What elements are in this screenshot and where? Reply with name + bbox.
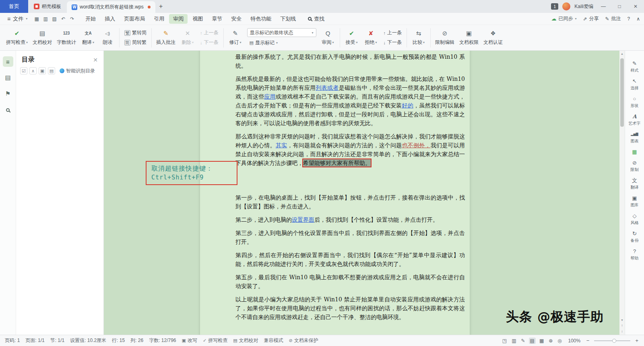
rail-艺术字[interactable]: A艺术字 [629,113,641,126]
vertical-scrollbar[interactable]: ▲ ▼ ↑ ↓ [619,51,625,335]
toc-tool-list-icon[interactable]: ▤ [48,67,55,74]
menu-tab-审阅[interactable]: 审阅 [169,14,188,24]
print-icon[interactable]: ▥ [41,14,50,23]
ribbon-翻译[interactable]: 文A翻译▾ [79,26,97,49]
ribbon-文档认证[interactable]: ❖文档认证 [481,26,505,49]
rail-风格[interactable]: ◇风格 [631,213,639,226]
strip-toc-button[interactable]: ≡ [3,56,13,67]
menu-tab-安全[interactable]: 安全 [227,14,246,24]
ribbon-显示标记[interactable]: ▤显示标记▾ [247,39,316,47]
rail-greenbars[interactable]: ▦ [632,149,637,155]
rail-图表[interactable]: ▂▅▇图表 [631,131,639,144]
ribbon-接受[interactable]: ✔接受▾ [343,26,361,49]
rail-图库[interactable]: ▣图库 [631,195,639,208]
menu-tab-视图[interactable]: 视图 [188,14,207,24]
readmode-view-button[interactable]: ▥ [510,338,517,344]
avatar[interactable] [562,2,570,10]
fullscreen-view-button[interactable]: ◳ [501,338,508,344]
find-button[interactable]: 查找 [308,15,324,23]
ribbon-拼写检查[interactable]: ✔拼写检查▾ [4,26,30,49]
ribbon-拒绝[interactable]: ✘拒绝▾ [362,26,380,49]
hyperlink[interactable]: 设置界面 [292,216,314,223]
rail-形状[interactable]: ○形状 [631,96,639,109]
ribbon-文档校对[interactable]: ▤文档校对 [31,26,54,49]
zoom-out-button[interactable]: − [586,338,590,344]
status-toggle-改写[interactable]: ▣改写 [182,337,197,344]
tab-home[interactable]: 首页 [0,0,28,13]
scroll-up-icon[interactable]: ▲ [621,51,623,56]
status-toggle-拼写检查[interactable]: ✓拼写检查 [203,337,227,344]
new-tab-button[interactable]: + [155,0,167,13]
strip-search-button[interactable] [3,105,13,115]
minimize-button[interactable]: — [597,0,609,13]
menu-tab-插入[interactable]: 插入 [101,14,119,24]
next-page-icon[interactable]: ↓ [621,328,623,334]
menu-tab-开始[interactable]: 开始 [81,14,100,24]
maximize-button[interactable]: □ [613,0,625,13]
menu-tab-下划线[interactable]: 下划线 [276,14,300,24]
message-badge[interactable]: 1 [551,3,558,10]
document-page[interactable]: 最新的操作系统了。尤其是我们在新入手电脑的时候，新电脑上一般预装的都是 Win1… [200,51,470,335]
zoom-slider[interactable] [594,340,630,341]
ribbon-字数统计[interactable]: 123字数统计 [55,26,78,49]
hyperlink[interactable]: 好的 [402,102,413,109]
ribbon-修订[interactable]: ✎修订▾ [226,26,245,49]
status-toggle-兼容模式[interactable]: 兼容模式 [264,337,283,344]
menu-tab-页面布局[interactable]: 页面布局 [120,14,149,24]
pen-view-button[interactable]: ✎ [520,338,526,344]
strip-outline-button[interactable]: ▤ [3,72,13,83]
rail-限制[interactable]: ⊘限制 [631,160,639,173]
toc-panel-body[interactable] [16,78,103,335]
rail-样式[interactable]: ✎样式 [631,60,639,73]
share-button[interactable]: ⇗ 分享 [583,15,599,22]
tab-document[interactable]: W word取消文档所有超链接.wps [67,1,155,13]
status-toggle-文档未保护[interactable]: ⊘文档未保护 [289,337,318,344]
file-menu[interactable]: ≡ 文件 ▾ [4,15,31,23]
menu-tab-引用[interactable]: 引用 [150,14,168,24]
close-button[interactable]: ✕ [630,0,642,13]
hyperlink[interactable]: 也不例外， [402,142,430,148]
close-panel-icon[interactable]: ✕ [93,57,98,63]
weblayout-view-button[interactable]: ⊕ [547,338,554,344]
menu-tab-特色功能[interactable]: 特色功能 [246,14,275,24]
hyperlink[interactable]: 列表或者 [316,84,339,91]
toc-tool-collapse-icon[interactable]: ∧ [29,67,37,74]
sync-status[interactable]: ☁ 已同步 ▾ [551,15,576,22]
toc-tool-level-icon[interactable]: ▣ [39,67,46,74]
scrollbar-thumb[interactable] [620,58,624,127]
rail-选择[interactable]: ↖选择 [631,78,639,91]
ribbon-审阅[interactable]: Q审阅▾ [319,26,337,49]
strip-bookmark-button[interactable]: ⚑ [3,89,13,99]
zoom-in-button[interactable]: + [634,338,639,344]
previous-page-icon[interactable]: ↑ [621,323,623,328]
hyperlink[interactable]: 应用 [264,93,276,100]
ribbon-下一条[interactable]: ↓下一条 [198,38,221,47]
smart-toc-button[interactable]: 智能识别目录 [60,68,95,74]
rail-翻译[interactable]: 文翻译 [631,177,639,190]
ribbon-删除[interactable]: ✕删除▾ [178,26,197,49]
help-button[interactable]: ? [627,16,630,22]
toc-tool-selectall-icon[interactable]: ☑ [20,67,27,74]
ribbon-限制编辑[interactable]: ⊘限制编辑 [433,26,456,49]
status-toggle-文档校对[interactable]: ▤文档校对 [233,337,258,344]
collapse-ribbon-button[interactable]: ∧ [636,16,640,22]
ribbon-文档权限[interactable]: ▣文档权限 [457,26,481,49]
zoom-slider-knob[interactable] [612,339,616,343]
preview-icon[interactable]: ▧ [50,14,59,23]
markup-state-combobox[interactable]: 显示标记的最终状态▾ [247,28,316,37]
rail-帮助[interactable]: ?帮助 [631,248,639,261]
menu-tab-章节[interactable]: 章节 [208,14,226,24]
ribbon-朗读[interactable]: ◁)朗读 [98,26,117,49]
hyperlink[interactable]: 其实 [276,142,287,148]
outlineview-view-button[interactable]: ▦ [538,338,545,344]
ribbon-上一条[interactable]: ↑上一条 [198,29,221,37]
ribbon-简转繁[interactable]: 简简转繁 [122,38,149,47]
tab-docer-templates[interactable]: 稻壳模板 [28,0,67,13]
pagelayout-view-button[interactable]: ▤ [529,338,536,344]
ribbon-插入批注[interactable]: ✎插入批注 [154,26,178,49]
comment-button[interactable]: ✎ 批注 [605,15,621,22]
rail-备份[interactable]: ↻备份 [631,231,639,243]
scroll-down-icon[interactable]: ▼ [621,318,623,323]
undo-icon[interactable]: ↶ [59,14,68,23]
ribbon-繁转简[interactable]: 繁繁转简 [122,29,149,37]
